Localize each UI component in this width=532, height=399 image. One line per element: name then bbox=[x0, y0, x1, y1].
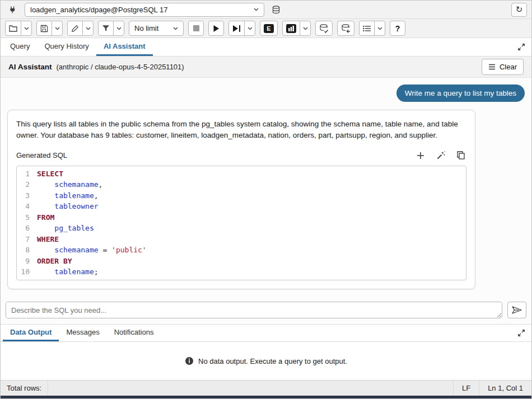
reset-layout-button[interactable]: ↻ bbox=[511, 3, 527, 17]
ai-assistant-header: AI Assistant (anthropic / claude-opus-4-… bbox=[1, 57, 531, 78]
info-icon bbox=[185, 356, 194, 365]
help-button[interactable]: ? bbox=[390, 21, 405, 36]
ai-assistant-model: (anthropic / claude-opus-4-5-20251101) bbox=[57, 63, 184, 71]
database-icon bbox=[272, 6, 280, 14]
help-icon: ? bbox=[395, 24, 400, 33]
output-tabbar: Data Output Messages Notifications bbox=[1, 324, 531, 342]
tab-notifications[interactable]: Notifications bbox=[107, 325, 161, 341]
tab-query[interactable]: Query bbox=[3, 38, 37, 56]
new-connection-button[interactable] bbox=[268, 3, 284, 17]
prompt-input[interactable] bbox=[6, 302, 502, 318]
clear-button[interactable]: Clear bbox=[482, 59, 524, 75]
tab-query-history[interactable]: Query History bbox=[37, 38, 96, 56]
hamburger-icon bbox=[488, 64, 496, 70]
tab-query-label: Query bbox=[10, 42, 30, 50]
tab-data-output[interactable]: Data Output bbox=[3, 325, 59, 341]
copy-icon bbox=[457, 151, 465, 159]
total-rows-label: Total rows: bbox=[1, 381, 48, 396]
expand-icon bbox=[517, 329, 525, 337]
tab-messages-label: Messages bbox=[66, 328, 99, 336]
edit-button[interactable] bbox=[67, 21, 83, 36]
expand-icon bbox=[517, 43, 525, 51]
query-tool-button[interactable] bbox=[5, 3, 21, 17]
commit-icon bbox=[319, 24, 329, 33]
play-icon bbox=[213, 25, 220, 32]
data-output-area: No data output. Execute a query to get o… bbox=[1, 342, 531, 380]
magic-wand-icon bbox=[437, 151, 445, 159]
send-button[interactable] bbox=[507, 302, 526, 318]
folder-icon bbox=[9, 25, 17, 32]
code-line: 2 schemaname, bbox=[17, 179, 466, 190]
execute-options-button[interactable] bbox=[228, 21, 245, 36]
save-menu-button[interactable] bbox=[52, 21, 63, 36]
filter-button[interactable] bbox=[98, 21, 114, 36]
cursor-position: Ln 1, Col 1 bbox=[479, 381, 531, 396]
row-limit-select[interactable]: No limit bbox=[129, 21, 184, 36]
chevron-down-icon bbox=[24, 27, 29, 30]
plug-icon bbox=[8, 5, 17, 14]
play-script-icon bbox=[232, 25, 241, 32]
macro-menu-button[interactable] bbox=[374, 21, 385, 36]
commit-button[interactable] bbox=[315, 21, 333, 36]
tab-notifications-label: Notifications bbox=[114, 328, 154, 336]
user-message-bubble: Write me a query to list my tables bbox=[396, 85, 525, 102]
expand-output-panel-button[interactable] bbox=[514, 326, 529, 340]
code-line: 9ORDER BY bbox=[17, 256, 466, 267]
tab-messages[interactable]: Messages bbox=[59, 325, 106, 341]
chevron-down-icon bbox=[173, 27, 178, 30]
sql-code-lines: 1SELECT2 schemaname,3 tablename,4 tableo… bbox=[17, 168, 466, 278]
explain-analyze-icon bbox=[286, 24, 296, 33]
eol-indicator: LF bbox=[453, 381, 479, 396]
reset-layout-icon: ↻ bbox=[516, 4, 523, 15]
apply-sql-button[interactable] bbox=[435, 150, 446, 161]
assistant-response-text: This query lists all tables in the publi… bbox=[16, 119, 466, 142]
explain-button[interactable]: E bbox=[260, 21, 278, 36]
code-line: 4 tableowner bbox=[17, 201, 466, 212]
row-limit-label: No limit bbox=[134, 24, 158, 32]
chevron-down-icon bbox=[248, 27, 253, 30]
clear-button-label: Clear bbox=[500, 63, 517, 71]
ai-assistant-title: AI Assistant bbox=[8, 63, 52, 71]
connection-bar: loadgen_analytics/dpage@PostgreSQL 17 ↻ bbox=[1, 1, 531, 19]
chevron-down-icon bbox=[377, 27, 382, 30]
tab-ai-assistant[interactable]: AI Assistant bbox=[96, 38, 153, 56]
code-line: 8 schemaname = 'public' bbox=[17, 245, 466, 256]
tab-ai-assistant-label: AI Assistant bbox=[104, 42, 146, 50]
explain-analyze-menu-button[interactable] bbox=[300, 21, 311, 36]
connection-select[interactable]: loadgen_analytics/dpage@PostgreSQL 17 bbox=[25, 3, 264, 17]
query-tool-window: loadgen_analytics/dpage@PostgreSQL 17 ↻ bbox=[1, 1, 531, 398]
save-button[interactable] bbox=[36, 21, 52, 36]
tab-data-output-label: Data Output bbox=[10, 328, 52, 336]
copy-sql-button[interactable] bbox=[455, 150, 466, 161]
code-line: 6 pg_tables bbox=[17, 223, 466, 234]
status-bar: Total rows: LF Ln 1, Col 1 bbox=[1, 380, 531, 396]
tab-query-history-label: Query History bbox=[44, 42, 88, 50]
pencil-icon bbox=[71, 25, 79, 32]
chat-area: Write me a query to list my tables This … bbox=[1, 78, 531, 298]
open-file-button[interactable] bbox=[5, 21, 21, 36]
explain-analyze-button[interactable] bbox=[282, 21, 300, 36]
expand-panel-button[interactable] bbox=[514, 40, 529, 54]
code-line: 5FROM bbox=[17, 212, 466, 223]
insert-sql-button[interactable] bbox=[415, 150, 426, 161]
prompt-input-row bbox=[1, 298, 531, 324]
chevron-down-icon bbox=[86, 27, 91, 30]
stop-icon bbox=[193, 25, 199, 31]
rollback-icon bbox=[341, 24, 351, 33]
code-line: 10 tablename; bbox=[17, 266, 466, 278]
open-file-menu-button[interactable] bbox=[21, 21, 32, 36]
cancel-query-button[interactable] bbox=[188, 21, 204, 36]
filter-icon bbox=[102, 25, 110, 32]
macro-button[interactable] bbox=[359, 21, 375, 36]
send-icon bbox=[512, 306, 522, 314]
assistant-response-card: This query lists all tables in the publi… bbox=[7, 110, 475, 289]
edit-menu-button[interactable] bbox=[82, 21, 94, 36]
code-line: 3 tablename, bbox=[17, 190, 466, 201]
code-line: 1SELECT bbox=[17, 168, 466, 180]
macro-list-icon bbox=[363, 25, 371, 32]
filter-menu-button[interactable] bbox=[113, 21, 124, 36]
rollback-button[interactable] bbox=[337, 21, 354, 36]
connection-label: loadgen_analytics/dpage@PostgreSQL 17 bbox=[30, 6, 167, 14]
execute-button[interactable] bbox=[208, 21, 224, 36]
execute-options-menu-button[interactable] bbox=[244, 21, 255, 36]
